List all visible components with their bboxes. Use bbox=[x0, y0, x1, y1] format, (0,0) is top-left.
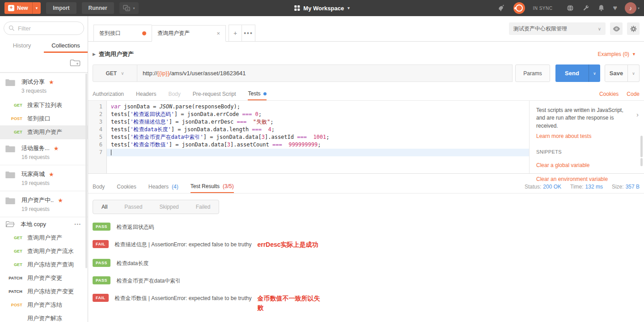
tab-history[interactable]: History bbox=[0, 40, 44, 53]
request-tab-strip: 签到接口 查询用户资产 × + ••• 测试资产中心权限管理 ∨ bbox=[88, 16, 644, 42]
tab-response-cookies[interactable]: Cookies bbox=[117, 180, 136, 193]
collection-item[interactable]: 测试分享 ★ 3 requests bbox=[0, 73, 88, 99]
chevron-down-icon: ∨ bbox=[598, 26, 601, 31]
open-tab-unsaved[interactable]: 签到接口 bbox=[93, 25, 152, 41]
account-menu[interactable]: ♪ ▾ bbox=[625, 2, 640, 14]
request-item[interactable]: 用户资产解冻 bbox=[0, 312, 88, 322]
collection-runner-button[interactable]: ▾ bbox=[119, 2, 139, 14]
star-icon[interactable]: ★ bbox=[49, 171, 54, 178]
collapse-panel-chevron-icon[interactable]: › bbox=[636, 111, 639, 118]
tab-test-results[interactable]: Test Results (3/5) bbox=[191, 180, 234, 193]
request-item[interactable]: POST 用户资产冻结 bbox=[0, 298, 88, 312]
close-tab-icon[interactable]: × bbox=[216, 30, 220, 37]
examples-dropdown[interactable]: Examples (0) ▼ bbox=[597, 51, 636, 57]
wrench-icon[interactable] bbox=[582, 4, 590, 12]
new-dropdown-caret-icon[interactable]: ▾ bbox=[32, 2, 41, 14]
new-button[interactable]: + New ▾ bbox=[4, 2, 41, 14]
test-result-row: PASS 检查返回状态码 bbox=[93, 223, 640, 231]
collection-name: 测试分享 bbox=[21, 78, 45, 86]
snippets-scrollbar-segment[interactable] bbox=[640, 158, 643, 166]
tab-label: 查询用户资产 bbox=[157, 30, 190, 37]
tab-body[interactable]: Body bbox=[168, 88, 180, 100]
save-button[interactable]: Save bbox=[605, 64, 628, 82]
save-options-caret-icon[interactable]: ∨ bbox=[628, 64, 640, 82]
environment-selector[interactable]: 测试资产中心权限管理 ∨ bbox=[509, 22, 606, 35]
collapse-triangle-icon[interactable]: ▶ bbox=[93, 52, 96, 56]
tab-response-body[interactable]: Body bbox=[93, 180, 105, 193]
request-item-selected[interactable]: GET 查询用户资产 bbox=[0, 125, 88, 139]
filter-failed[interactable]: Failed bbox=[187, 200, 219, 214]
filter-search-box[interactable] bbox=[4, 21, 84, 35]
snippet-clear-environment-variable[interactable]: Clear an environment variable bbox=[536, 176, 631, 182]
send-button[interactable]: Send bbox=[555, 64, 589, 82]
filter-passed[interactable]: Passed bbox=[116, 200, 151, 214]
tab-response-headers[interactable]: Headers (4) bbox=[148, 180, 178, 193]
test-result-text: 检查金币资产在data中索引 bbox=[117, 276, 181, 285]
learn-more-link[interactable]: Learn more about tests bbox=[536, 133, 631, 139]
code-link[interactable]: Code bbox=[627, 91, 640, 97]
filter-input[interactable] bbox=[18, 25, 72, 32]
size-field: Size:357 B bbox=[612, 184, 640, 190]
filter-all[interactable]: All bbox=[93, 200, 116, 214]
new-tab-button[interactable]: + bbox=[229, 25, 242, 41]
method-selector[interactable]: GET ∨ bbox=[93, 64, 137, 82]
star-icon[interactable]: ★ bbox=[58, 197, 63, 204]
filter-skipped[interactable]: Skipped bbox=[151, 200, 187, 214]
star-icon[interactable]: ★ bbox=[49, 79, 54, 86]
tab-headers[interactable]: Headers bbox=[136, 88, 156, 100]
workspace-switcher[interactable]: My Workspace ▾ bbox=[294, 5, 349, 12]
params-button[interactable]: Params bbox=[515, 64, 550, 82]
import-button[interactable]: Import bbox=[46, 2, 76, 14]
code-area[interactable]: var jsonData = JSON.parse(responseBody);… bbox=[107, 103, 529, 173]
request-item[interactable]: GET 查询用户资产 bbox=[0, 231, 88, 245]
tab-collections[interactable]: Collections bbox=[44, 40, 88, 53]
request-item[interactable]: PATCH 用户资产变更 bbox=[0, 271, 88, 285]
cookies-link[interactable]: Cookies bbox=[599, 91, 619, 97]
tab-options-button[interactable]: ••• bbox=[242, 25, 255, 41]
more-options-icon[interactable]: ••• bbox=[75, 222, 81, 227]
request-item[interactable]: GET 搜索下拉列表 bbox=[0, 99, 88, 112]
collection-count: 19 requests bbox=[21, 180, 54, 186]
url-input[interactable]: http://{{ip}}/ams/v1/user/asset/18623641 bbox=[137, 64, 513, 82]
method-label: GET bbox=[5, 262, 22, 267]
snippet-clear-global-variable[interactable]: Clear a global variable bbox=[536, 162, 631, 168]
heart-icon[interactable]: ♥ bbox=[613, 4, 617, 12]
open-folder-icon bbox=[5, 220, 15, 228]
open-tab-active[interactable]: 查询用户资产 × bbox=[152, 25, 226, 42]
globe-icon[interactable] bbox=[566, 4, 574, 12]
settings-button[interactable] bbox=[627, 22, 640, 35]
top-bar: + New ▾ Import Runner ▾ My Workspace ▾ I… bbox=[0, 0, 644, 16]
request-name: 用户冻结资产查询 bbox=[27, 261, 74, 269]
request-item[interactable]: POST 签到接口 bbox=[0, 112, 88, 125]
request-item[interactable]: PATCH 用户冻结资产变更 bbox=[0, 285, 88, 298]
snippets-heading: SNIPPETS bbox=[536, 149, 631, 155]
tests-code-editor[interactable]: 1234567 var jsonData = JSON.parse(respon… bbox=[88, 101, 530, 173]
snippets-scrollbar[interactable] bbox=[640, 136, 643, 157]
runner-button[interactable]: Runner bbox=[82, 2, 114, 14]
sync-indicator-icon[interactable] bbox=[513, 2, 525, 14]
sidebar-scrollbar[interactable] bbox=[85, 73, 87, 268]
request-item[interactable]: GET 用户冻结资产查询 bbox=[0, 258, 88, 271]
environment-preview-button[interactable] bbox=[610, 22, 623, 35]
bell-icon[interactable] bbox=[597, 4, 605, 12]
tab-prerequest-script[interactable]: Pre-request Script bbox=[193, 88, 236, 100]
collection-name: 用户资产中.. bbox=[21, 196, 54, 204]
method-label: GET bbox=[5, 130, 22, 134]
send-options-caret-icon[interactable]: ∨ bbox=[589, 64, 600, 82]
collection-item[interactable]: 活动服务... ★ 16 requests bbox=[0, 139, 88, 165]
collection-item[interactable]: 用户资产中.. ★ 19 requests bbox=[0, 191, 88, 217]
tab-authorization[interactable]: Authorization bbox=[93, 88, 124, 100]
time-field: Time:132 ms bbox=[570, 184, 603, 190]
request-item[interactable]: GET 查询用户资产流水 bbox=[0, 245, 88, 258]
collection-item[interactable]: 玩家商城 ★ 19 requests bbox=[0, 165, 88, 191]
tab-tests-label: Tests bbox=[248, 90, 260, 97]
interceptor-satellite-icon[interactable] bbox=[497, 4, 506, 12]
folder-item-open[interactable]: 本地 copy ••• bbox=[0, 217, 88, 231]
star-icon[interactable]: ★ bbox=[54, 145, 59, 152]
workspace-grid-icon bbox=[294, 5, 300, 11]
new-collection-icon[interactable] bbox=[70, 58, 80, 67]
request-title: 查询用户资产 bbox=[99, 50, 134, 58]
collection-count: 16 requests bbox=[21, 154, 59, 160]
workspace-caret-icon: ▾ bbox=[347, 6, 350, 10]
tab-tests[interactable]: Tests bbox=[248, 88, 267, 100]
